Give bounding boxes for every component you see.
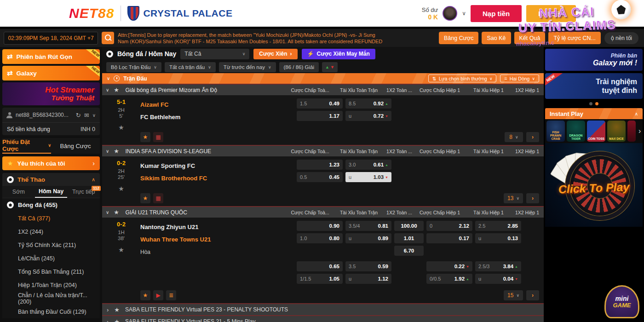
instant-play-game[interactable]: Max Dice bbox=[607, 121, 626, 142]
instant-play-game-partial[interactable] bbox=[627, 121, 636, 142]
chevron-down-icon[interactable]: ∨ bbox=[106, 87, 114, 92]
favorite-star-icon[interactable]: ★ bbox=[106, 185, 137, 192]
collapsed-league-row[interactable]: ›★SABA ELITE FRIENDLY Virtual PES 23 - P… bbox=[102, 303, 544, 315]
tab-early[interactable]: Sớm bbox=[2, 186, 35, 198]
odds-cell[interactable]: 3.50.59 bbox=[345, 261, 391, 271]
odds-cell[interactable]: 3.5/40.81 bbox=[345, 221, 391, 231]
league-header[interactable]: ∨★INDIA SFA A DIVISION S-LEAGUECược Chấp… bbox=[102, 145, 544, 156]
mail-icon[interactable]: ✉ bbox=[84, 112, 89, 119]
instant-play-header[interactable]: Instant Play ∧ bbox=[545, 108, 643, 119]
search-button[interactable] bbox=[102, 32, 114, 44]
odds-cell[interactable]: u0.89 bbox=[345, 233, 391, 243]
odds-cell[interactable]: 1.00.80 bbox=[297, 233, 343, 243]
sidebar-market-item[interactable]: Chẵn / Lẻ của Nửa trận/T... (200) bbox=[2, 292, 100, 305]
more-markets-dropdown[interactable]: 13∨ bbox=[504, 193, 523, 203]
filter-dropdown[interactable]: (86 / 86) Giải bbox=[279, 62, 319, 72]
odds-cell[interactable]: 0.50.45 bbox=[297, 172, 343, 182]
experience-promo-banner[interactable]: NEW Trải nghiệm tuyệt đỉnh bbox=[545, 73, 643, 99]
sidebar-market-item[interactable]: Bàn thắng Đầu/ Cuối (129) bbox=[2, 305, 100, 318]
odds-cell[interactable]: 0.65 bbox=[297, 261, 343, 271]
team-name[interactable]: FC Bethlehem bbox=[140, 111, 293, 123]
odds-cell[interactable]: u0.13 bbox=[475, 233, 521, 243]
withdraw-button[interactable]: Rút tiền bbox=[526, 5, 576, 22]
star-icon[interactable]: ★ bbox=[114, 148, 125, 155]
team-name[interactable]: Aizawl FC bbox=[140, 98, 293, 111]
star-icon[interactable]: ★ bbox=[114, 318, 120, 322]
lucky-parlay-button[interactable]: ⚡ Cược Xiên May Mắn bbox=[302, 49, 375, 59]
odds-cell[interactable]: u0.72 bbox=[345, 111, 391, 121]
team-name[interactable]: Kumar Sporting FC bbox=[140, 160, 293, 172]
filter-dropdown[interactable]: Bộ Lọc Trận Đấu∨ bbox=[106, 62, 161, 72]
odds-cell[interactable]: 100.00 bbox=[394, 221, 424, 231]
odds-cell[interactable]: u0.04 bbox=[475, 274, 521, 284]
instant-play-game[interactable]: Coin Toss bbox=[587, 121, 605, 142]
league-header[interactable]: ∨★GIẢI U21 TRUNG QUỐCCược Chấp Toà...Tài… bbox=[102, 206, 544, 218]
next-page-button[interactable]: › bbox=[526, 290, 539, 300]
collapsed-league-row[interactable]: ›★SABA ELITE FRIENDLY Virtual PES 21 - 5… bbox=[102, 315, 544, 322]
net88-logo[interactable]: NET88 bbox=[69, 6, 114, 21]
team-name[interactable]: Nantong Zhiyun U21 bbox=[140, 221, 293, 233]
odds-cell[interactable]: 3.00.61 bbox=[345, 160, 391, 170]
sidebar-market-item[interactable]: Tỷ Số Chính Xác (211) bbox=[2, 238, 100, 252]
favorite-star-icon[interactable]: ★ bbox=[106, 124, 137, 131]
more-markets-dropdown[interactable]: 15∨ bbox=[504, 290, 523, 300]
chevron-right-icon[interactable]: › bbox=[638, 127, 641, 135]
stats-icon[interactable]: ▦ bbox=[153, 193, 163, 203]
team-name[interactable]: Sikkim Brotherhood FC bbox=[140, 172, 293, 184]
parlay-button[interactable]: Cược Xiên › bbox=[253, 49, 297, 59]
odds-cell[interactable]: 6.70 bbox=[394, 246, 424, 256]
row-mode-dropdown[interactable]: = Hai Dòng ∨ bbox=[500, 75, 539, 82]
next-page-button[interactable]: › bbox=[526, 132, 539, 142]
ticker-action-button[interactable]: Sao Kê bbox=[482, 32, 511, 44]
favorite-icon[interactable]: ★ bbox=[140, 193, 150, 203]
filter-dropdown[interactable]: Từ trước đến nay∨ bbox=[219, 62, 276, 72]
galaxy-banner[interactable]: ⇄ Galaxy NEW bbox=[2, 66, 100, 80]
sidebar-market-item[interactable]: Tổng Số Bàn Thắng (211) bbox=[2, 265, 100, 278]
instant-play-game[interactable]: Dragon Tiger bbox=[567, 121, 585, 142]
view-mode-dropdown[interactable]: ⇅ Lựa chọn bình thường ∨ bbox=[428, 75, 496, 82]
mini-game-badge[interactable]: mini GAME bbox=[604, 285, 639, 318]
odds-cell[interactable]: 0.90 bbox=[297, 221, 343, 231]
quick-version-banner[interactable]: ⇄ Phiên bản Rút Gọn NEW bbox=[2, 49, 100, 64]
stats-icon[interactable]: ▦ bbox=[153, 132, 163, 142]
more-markets-dropdown[interactable]: 8∨ bbox=[505, 132, 523, 142]
sidebar-market-item[interactable]: Hiệp 1/Toàn Trận (204) bbox=[2, 278, 100, 292]
next-page-button[interactable]: › bbox=[526, 193, 539, 203]
favorite-icon[interactable]: ★ bbox=[140, 132, 150, 142]
chevron-down-icon[interactable]: ∨ bbox=[92, 113, 96, 118]
instant-play-game[interactable]: Fish Prawn Crab bbox=[546, 121, 565, 142]
odds-cell[interactable]: 0.22 bbox=[426, 261, 472, 271]
odds-cell[interactable]: 1.50.49 bbox=[297, 98, 343, 109]
tab-bet-board[interactable]: Bảng Cược bbox=[51, 138, 100, 154]
roulette-promo[interactable]: Click To Play bbox=[545, 143, 643, 227]
odds-cell[interactable]: 1/1.51.05 bbox=[297, 274, 343, 284]
tab-live[interactable]: Trực tiếp 112 bbox=[67, 186, 100, 198]
odds-cell[interactable]: 1.23 bbox=[297, 160, 343, 170]
carousel-dot-active[interactable] bbox=[595, 102, 598, 105]
hot-streamer-banner[interactable]: Hot Streamer Tường Thuật bbox=[2, 82, 100, 105]
league-header[interactable]: ∨★Giải bóng đá Premier Mizoram Ấn ĐộCược… bbox=[102, 84, 544, 95]
galaxy-promo-banner[interactable]: Phiên bản Galaxy mới ! bbox=[545, 49, 643, 71]
team-name[interactable]: Wuhan Three Towns U21 bbox=[140, 233, 293, 246]
odds-cell[interactable]: 1.01 bbox=[394, 233, 424, 243]
chevron-down-icon[interactable]: ∨ bbox=[106, 210, 114, 215]
favorites-button[interactable]: ★ Yêu thích của tôi › bbox=[2, 156, 100, 170]
sidebar-market-item[interactable]: Lẻ/Chẵn (245) bbox=[2, 252, 100, 265]
bet-list-icon[interactable]: ≣ bbox=[166, 290, 176, 300]
football-category[interactable]: Bóng đá (455) bbox=[2, 198, 100, 212]
favorite-star-icon[interactable]: ★ bbox=[106, 246, 137, 253]
chevron-down-icon[interactable]: ∨ bbox=[462, 10, 466, 17]
sidebar-market-item[interactable]: 1X2 (244) bbox=[2, 225, 100, 238]
chevron-down-icon[interactable]: ∨ bbox=[106, 149, 114, 154]
tab-today[interactable]: Hôm Nay bbox=[35, 186, 68, 198]
odds-cell[interactable]: u1.03 bbox=[345, 172, 391, 182]
odds-cell[interactable]: 02.12 bbox=[426, 221, 472, 231]
refresh-icon[interactable]: ↻ bbox=[76, 112, 81, 119]
club-logo[interactable]: CRYSTAL PALACE bbox=[127, 6, 232, 21]
favorite-icon[interactable]: ★ bbox=[140, 290, 150, 300]
sports-section-header[interactable]: Thể Thao ∧ bbox=[2, 173, 100, 186]
odds-cell[interactable]: 0.17 bbox=[426, 233, 472, 243]
odds-cell[interactable]: 2.5/33.84 bbox=[475, 261, 521, 271]
star-icon[interactable]: ★ bbox=[114, 86, 125, 93]
star-icon[interactable]: ★ bbox=[114, 306, 120, 313]
